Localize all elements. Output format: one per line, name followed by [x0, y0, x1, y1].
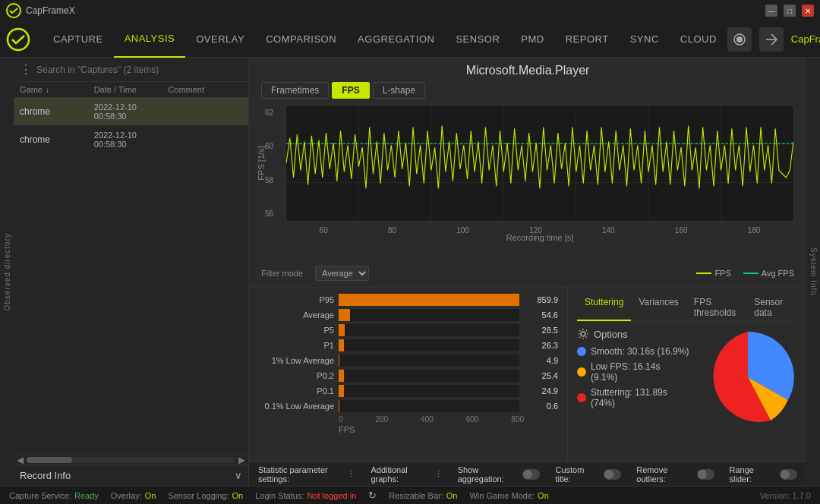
row-game-1: chrome: [20, 134, 94, 145]
legend-avg-fps-line: [743, 272, 758, 274]
range-slider-toggle[interactable]: [780, 469, 797, 480]
row-date-1: 2022-12-1000:58:30: [94, 131, 169, 149]
record-info-bar[interactable]: Record Info ∨: [14, 465, 248, 486]
sensor-logging-value: On: [232, 491, 244, 500]
additional-dots[interactable]: ⋮: [434, 469, 443, 479]
sensor-logging-label: Sensor Logging:: [168, 491, 229, 500]
maximize-button[interactable]: □: [784, 5, 796, 17]
fps-chart-svg: [286, 106, 793, 221]
nav-cloud[interactable]: CLOUD: [670, 21, 727, 58]
tab-lshape[interactable]: L-shape: [373, 82, 425, 99]
col-header-date[interactable]: Date / Time: [94, 85, 169, 94]
nav-pmd[interactable]: PMD: [510, 21, 554, 58]
stat-label-p95: P95: [258, 295, 334, 304]
stat-label-p01: P0.1: [258, 386, 334, 395]
options-header: Options: [577, 328, 689, 340]
scroll-right-btn[interactable]: ▶: [238, 455, 245, 465]
stat-row-p5: P5 28.5: [258, 324, 558, 336]
filter-mode-select[interactable]: Average: [315, 266, 369, 281]
external-link[interactable]: CapFrameX.com: [791, 33, 820, 45]
stat-row-p95: P95 859.9: [258, 294, 558, 306]
nav-right: CapFrameX.com: [727, 27, 820, 52]
col-header-game[interactable]: Game ↓: [20, 85, 94, 94]
stat-row-1pct-low-avg: 1% Low Average 4.9: [258, 354, 558, 367]
legend-stuttering-label: Stuttering: 131.89s (74%): [591, 387, 689, 408]
scrollbar-row: ◀ ▶: [14, 454, 248, 465]
col-header-comment: Comment: [168, 85, 242, 94]
stat-row-p01: P0.1 24.9: [258, 385, 558, 397]
row-game-0: chrome: [20, 106, 94, 117]
table-header: Game ↓ Date / Time Comment: [14, 82, 248, 98]
stat-value-p95: 859.9: [524, 295, 558, 304]
stat-bar-1pct-low-avg: [339, 354, 339, 367]
legend-fps: FPS: [696, 269, 730, 278]
show-aggregation-toggle[interactable]: [522, 469, 540, 480]
search-dots-menu[interactable]: ⋮: [20, 62, 32, 77]
search-input[interactable]: [36, 65, 242, 75]
minimize-button[interactable]: —: [765, 5, 777, 17]
table-row[interactable]: chrome 2022-12-1000:58:30: [14, 98, 248, 126]
gear-icon: [577, 328, 589, 340]
table-row[interactable]: chrome 2022-12-1000:58:30: [14, 126, 248, 154]
legend-stuttering-dot: [577, 393, 586, 402]
refresh-icon-item[interactable]: ↻: [368, 490, 377, 501]
legend-low-fps-label: Low FPS: 16.14s (9.1%): [591, 361, 689, 383]
nav-overlay[interactable]: OVERLAY: [185, 21, 255, 58]
stutter-tab-fps-thresholds[interactable]: FPS thresholds: [686, 294, 746, 321]
nav-aggregation[interactable]: AGGREGATION: [347, 21, 445, 58]
status-bar: Capture Service: Ready Overlay: On Senso…: [0, 486, 820, 504]
title-bar: CapFrameX — □ ✕: [0, 0, 820, 21]
scrollbar-track[interactable]: [27, 457, 235, 463]
nav-sensor[interactable]: SENSOR: [445, 21, 510, 58]
legend-avg-fps-label: Avg FPS: [762, 269, 794, 278]
stat-label-average: Average: [258, 310, 334, 320]
navbar: CAPTURE ANALYSIS OVERLAY COMPARISON AGGR…: [0, 21, 820, 58]
legend-low-fps-dot: [577, 367, 586, 376]
capture-icon-btn[interactable]: [727, 27, 752, 52]
row-date-0: 2022-12-1000:58:30: [94, 102, 169, 121]
legend-smooth-dot: [577, 347, 586, 356]
stat-row-p1: P1 26.3: [258, 339, 558, 351]
login-value: Not logged in: [307, 491, 356, 500]
custom-title-toggle[interactable]: [604, 469, 621, 480]
observed-directory-label: Observed directory: [3, 233, 11, 310]
nav-analysis[interactable]: ANALYSIS: [114, 21, 186, 58]
additional-label: Additional graphs:: [371, 465, 418, 484]
nav-report[interactable]: REPORT: [555, 21, 620, 58]
chart-tabs: Frametimes FPS L-shape: [261, 82, 794, 99]
stat-bar-p02: [339, 370, 344, 382]
nav-comparison[interactable]: COMPARISON: [255, 21, 347, 58]
stutter-tab-variances[interactable]: Variances: [631, 294, 686, 321]
stat-bar-container-average: [339, 309, 519, 321]
close-button[interactable]: ✕: [802, 5, 814, 17]
scroll-left-btn[interactable]: ◀: [17, 455, 24, 465]
record-info-chevron: ∨: [235, 470, 242, 481]
stat-value-01pct-low-avg: 0.6: [524, 402, 558, 411]
legend-stuttering: Stuttering: 131.89s (74%): [577, 387, 689, 408]
remove-outliers-label: Remove outliers:: [636, 465, 681, 484]
nav-logo: [6, 27, 30, 52]
refresh-icon[interactable]: ↻: [368, 490, 377, 501]
stats-x-label: FPS: [339, 425, 558, 434]
login-icon-btn[interactable]: [759, 27, 784, 52]
legend-low-fps: Low FPS: 16.14s (9.1%): [577, 361, 689, 383]
system-info-tab[interactable]: System Info: [806, 58, 820, 486]
statistic-dots[interactable]: ⋮: [347, 469, 355, 479]
remove-outliers-toggle[interactable]: [697, 469, 714, 480]
observed-directory-tab[interactable]: Observed directory: [0, 58, 14, 486]
stat-bar-container-p1: [339, 339, 519, 351]
svg-point-3: [736, 36, 743, 43]
scrollbar-thumb[interactable]: [27, 457, 72, 463]
stat-label-p5: P5: [258, 326, 334, 335]
nav-sync[interactable]: SYNC: [620, 21, 670, 58]
tab-fps[interactable]: FPS: [332, 82, 369, 99]
win-game-mode-label: Win Game Mode:: [469, 491, 535, 500]
nav-capture[interactable]: CAPTURE: [43, 21, 114, 58]
stat-bar-p1: [339, 339, 344, 351]
stat-value-p01: 24.9: [524, 386, 558, 395]
legend-smooth-label: Smooth: 30.16s (16.9%): [591, 346, 689, 357]
stutter-tab-stuttering[interactable]: Stuttering: [577, 294, 631, 321]
tab-frametimes[interactable]: Frametimes: [261, 82, 329, 99]
app-logo: [6, 3, 21, 18]
stutter-tab-sensor-data[interactable]: Sensor data: [746, 294, 797, 321]
